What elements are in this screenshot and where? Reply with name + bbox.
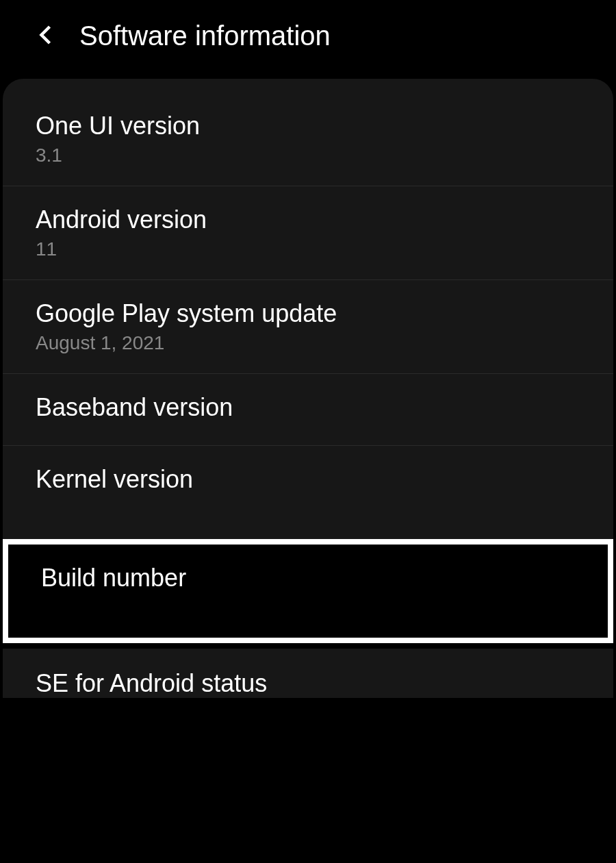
settings-list: One UI version 3.1 Android version 11 Go…: [3, 79, 613, 539]
list-item-kernel-version[interactable]: Kernel version: [3, 446, 613, 539]
item-value: 3.1: [36, 145, 580, 166]
list-item-android-version[interactable]: Android version 11: [3, 186, 613, 280]
item-value: August 1, 2021: [36, 332, 580, 354]
page-title: Software information: [79, 21, 331, 51]
header: Software information: [0, 0, 616, 79]
list-item-google-play-update[interactable]: Google Play system update August 1, 2021: [3, 280, 613, 374]
list-item-one-ui-version[interactable]: One UI version 3.1: [3, 92, 613, 186]
item-title: Android version: [36, 205, 580, 234]
item-title: SE for Android status: [36, 669, 580, 698]
list-item-baseband-version[interactable]: Baseband version: [3, 374, 613, 446]
item-title: One UI version: [36, 112, 580, 140]
list-item-build-number[interactable]: Build number: [3, 539, 613, 643]
item-title: Kernel version: [36, 465, 580, 494]
item-title: Build number: [41, 564, 575, 592]
item-value: 11: [36, 238, 580, 260]
list-item-se-android-status[interactable]: SE for Android status: [3, 649, 613, 698]
item-title: Baseband version: [36, 393, 580, 422]
item-title: Google Play system update: [36, 299, 580, 328]
back-icon[interactable]: [34, 23, 59, 50]
